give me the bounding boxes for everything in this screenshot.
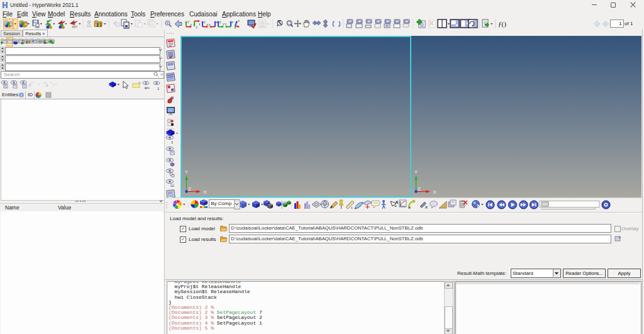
svg-text:z: z xyxy=(219,20,221,24)
svg-text:Z: Z xyxy=(188,186,191,192)
svg-text:1: 1 xyxy=(157,87,160,91)
svg-text:z: z xyxy=(204,20,206,24)
svg-text:#/=: #/= xyxy=(145,86,150,90)
svg-text:ƒ(): ƒ() xyxy=(498,20,506,28)
svg-text:Y: Y xyxy=(185,169,189,175)
svg-text:PPT: PPT xyxy=(72,26,78,29)
svg-text:Y: Y xyxy=(414,169,418,175)
svg-text:X: X xyxy=(433,189,436,195)
svg-text:Y: Y xyxy=(196,26,198,30)
svg-text:x: x xyxy=(199,22,201,26)
svg-text:x: x xyxy=(209,23,211,26)
svg-text:x: x xyxy=(191,23,192,26)
svg-text:z: z xyxy=(232,20,234,24)
svg-text:Y: Y xyxy=(225,23,227,26)
svg-text:X: X xyxy=(203,189,207,195)
svg-text:Y: Y xyxy=(187,20,190,24)
svg-text:Z: Z xyxy=(418,186,421,192)
svg-text:z: z xyxy=(238,19,240,23)
svg-text:1: 1 xyxy=(171,140,174,144)
svg-text:x: x xyxy=(351,206,353,209)
